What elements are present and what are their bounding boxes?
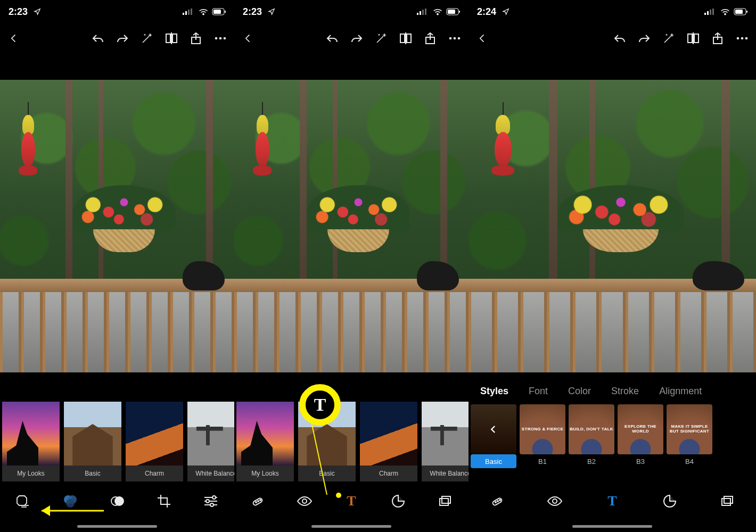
sticker-icon[interactable] bbox=[662, 493, 678, 509]
svg-point-46 bbox=[258, 501, 259, 502]
layers-icon[interactable] bbox=[719, 493, 735, 509]
svg-rect-8 bbox=[166, 34, 170, 43]
svg-rect-53 bbox=[710, 10, 711, 15]
eye-icon[interactable] bbox=[547, 493, 563, 509]
signal-icon bbox=[181, 5, 194, 18]
sliders-icon[interactable] bbox=[203, 493, 219, 509]
auto-enhance-icon[interactable] bbox=[141, 32, 153, 45]
more-icon[interactable] bbox=[448, 32, 461, 45]
svg-point-27 bbox=[210, 503, 213, 506]
status-bar: 2:24 bbox=[469, 0, 756, 23]
back-icon[interactable] bbox=[242, 32, 254, 45]
text-styles-strip[interactable]: Basic STRONG & FIERCE B1 BUILD, DON'T TA… bbox=[469, 404, 756, 468]
look-mylooks[interactable]: My Looks bbox=[236, 402, 294, 481]
look-whitebalance[interactable]: White Balance bbox=[187, 402, 234, 481]
redo-icon[interactable] bbox=[350, 32, 363, 45]
svg-rect-32 bbox=[425, 9, 426, 15]
svg-point-69 bbox=[499, 500, 500, 501]
look-charm[interactable]: Charm bbox=[360, 402, 417, 481]
svg-point-47 bbox=[260, 500, 261, 501]
looks-icon[interactable] bbox=[62, 493, 78, 509]
status-time: 2:23 bbox=[243, 6, 262, 18]
share-icon[interactable] bbox=[711, 32, 724, 45]
svg-rect-30 bbox=[420, 11, 421, 15]
back-icon[interactable] bbox=[476, 32, 489, 45]
style-b1[interactable]: STRONG & FIERCE B1 bbox=[520, 404, 565, 468]
tab-stroke[interactable]: Stroke bbox=[611, 386, 639, 397]
style-b4[interactable]: MAKE IT SIMPLE BUT SIGNIFICANT B4 bbox=[667, 404, 712, 468]
status-bar: 2:23 bbox=[234, 0, 469, 23]
svg-point-33 bbox=[437, 13, 438, 14]
look-mylooks[interactable]: My Looks bbox=[2, 402, 60, 481]
auto-enhance-icon[interactable] bbox=[662, 32, 675, 45]
shape-icon[interactable] bbox=[15, 493, 31, 509]
svg-rect-49 bbox=[442, 496, 450, 503]
tab-alignment[interactable]: Alignment bbox=[659, 386, 702, 397]
eye-icon[interactable] bbox=[297, 493, 313, 509]
svg-point-12 bbox=[215, 37, 218, 40]
svg-point-41 bbox=[449, 37, 452, 40]
look-charm[interactable]: Charm bbox=[126, 402, 183, 481]
text-icon[interactable]: T bbox=[343, 493, 359, 509]
undo-icon[interactable] bbox=[613, 32, 626, 45]
image-canvas[interactable] bbox=[234, 80, 469, 372]
svg-rect-51 bbox=[704, 13, 706, 15]
style-basic[interactable]: Basic bbox=[471, 404, 516, 468]
style-b3[interactable]: EXPLORE THE WORLD B3 bbox=[618, 404, 663, 468]
image-canvas[interactable] bbox=[469, 80, 756, 372]
undo-icon[interactable] bbox=[326, 32, 339, 45]
heal-icon[interactable] bbox=[250, 493, 266, 509]
look-basic[interactable]: Basic bbox=[298, 402, 356, 481]
compare-icon[interactable] bbox=[687, 32, 700, 45]
svg-rect-0 bbox=[183, 13, 184, 15]
svg-rect-50 bbox=[440, 498, 448, 505]
looks-strip[interactable]: My Looks Basic Charm White Balance bbox=[0, 402, 234, 481]
photo-preview bbox=[234, 80, 469, 372]
signal-icon bbox=[703, 5, 716, 18]
svg-point-4 bbox=[203, 13, 204, 14]
battery-icon bbox=[735, 5, 747, 18]
home-indicator[interactable] bbox=[311, 525, 391, 528]
sticker-icon[interactable] bbox=[390, 493, 406, 509]
tab-font[interactable]: Font bbox=[529, 386, 548, 397]
look-basic[interactable]: Basic bbox=[64, 402, 121, 481]
wifi-icon bbox=[719, 5, 732, 18]
top-toolbar bbox=[469, 23, 756, 53]
text-icon[interactable]: T bbox=[604, 493, 620, 509]
bottom-nav: T bbox=[469, 485, 756, 517]
looks-strip[interactable]: My Looks Basic Charm White Balance bbox=[234, 402, 469, 481]
crop-icon[interactable] bbox=[156, 493, 172, 509]
more-icon[interactable] bbox=[736, 32, 749, 45]
svg-rect-36 bbox=[459, 11, 460, 13]
redo-icon[interactable] bbox=[638, 32, 651, 45]
home-indicator[interactable] bbox=[77, 525, 157, 528]
compare-icon[interactable] bbox=[165, 32, 178, 45]
svg-rect-7 bbox=[225, 11, 226, 13]
back-icon[interactable] bbox=[7, 32, 20, 45]
auto-enhance-icon[interactable] bbox=[375, 32, 388, 45]
wifi-icon bbox=[197, 5, 210, 18]
style-b2[interactable]: BUILD, DON'T TALK B2 bbox=[569, 404, 614, 468]
share-icon[interactable] bbox=[424, 32, 437, 45]
svg-rect-60 bbox=[694, 34, 699, 43]
svg-rect-29 bbox=[417, 13, 418, 15]
undo-icon[interactable] bbox=[92, 32, 104, 45]
svg-rect-9 bbox=[172, 34, 177, 43]
more-icon[interactable] bbox=[214, 32, 227, 45]
svg-rect-2 bbox=[188, 10, 190, 15]
svg-point-45 bbox=[256, 502, 257, 503]
redo-icon[interactable] bbox=[116, 32, 129, 45]
image-canvas[interactable] bbox=[0, 80, 234, 372]
share-icon[interactable] bbox=[190, 32, 202, 45]
tab-color[interactable]: Color bbox=[568, 386, 591, 397]
overlap-icon[interactable] bbox=[109, 493, 125, 509]
svg-rect-54 bbox=[712, 9, 714, 15]
tab-styles[interactable]: Styles bbox=[480, 386, 508, 397]
heal-icon[interactable] bbox=[489, 493, 505, 509]
compare-icon[interactable] bbox=[399, 32, 412, 45]
top-toolbar bbox=[234, 23, 469, 53]
home-indicator[interactable] bbox=[572, 525, 652, 528]
svg-point-43 bbox=[458, 37, 461, 40]
layers-icon[interactable] bbox=[437, 493, 453, 509]
look-whitebalance[interactable]: White Balance bbox=[422, 402, 469, 481]
